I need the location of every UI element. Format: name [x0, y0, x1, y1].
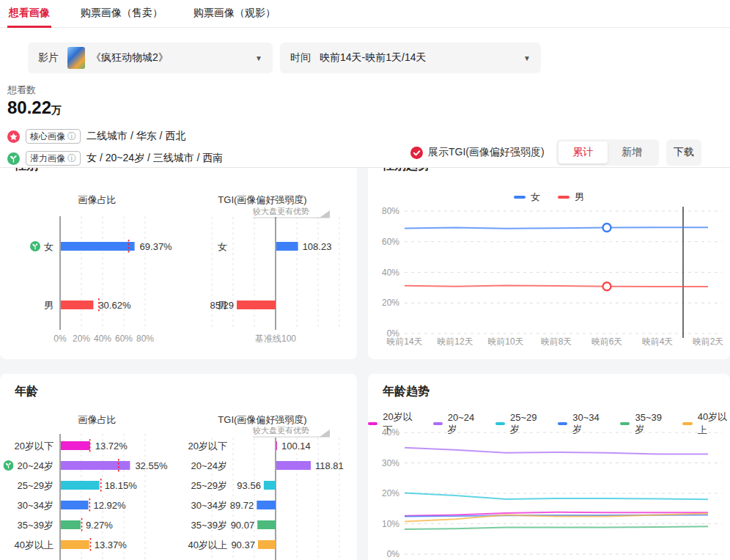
tgi-bar[interactable]	[257, 501, 276, 509]
filter-row: 影片 《疯狂动物城2》 ▼ 时间 映前14天-映前1天/14天 ▼	[0, 43, 730, 73]
bar[interactable]	[61, 540, 89, 549]
legend-swatch	[558, 422, 567, 425]
bar-category-label: 30~34岁	[191, 500, 227, 511]
y-tick-label: 10%	[382, 519, 399, 529]
bar[interactable]	[61, 441, 90, 450]
x-tick-label: 映前12天	[437, 336, 473, 347]
bar[interactable]	[61, 501, 88, 509]
age-tgi-chart[interactable]: 较大盘更有优势20岁以下100.1420~24岁118.8125~29岁93.5…	[185, 425, 357, 560]
trend-line-20~24岁[interactable]	[405, 448, 708, 454]
movie-poster	[67, 47, 85, 69]
sprout-icon	[3, 460, 13, 471]
x-tick-label: 映前2天	[693, 336, 724, 347]
y-tick-label: 20%	[382, 298, 399, 308]
bar-category-label: 男	[44, 300, 54, 311]
tab-bar: 想看画像 购票画像（售卖） 购票画像（观影）	[0, 0, 730, 28]
bar-value-label: 89.72	[230, 500, 254, 511]
bar[interactable]	[61, 520, 81, 529]
chevron-down-icon: ▼	[523, 54, 531, 62]
bar[interactable]	[61, 242, 135, 251]
bar-value-label: 90.07	[231, 520, 255, 531]
trend-line-35~39岁[interactable]	[405, 526, 708, 529]
bar-category-label: 35~39岁	[17, 520, 54, 531]
legend-swatch	[620, 422, 630, 425]
x-tick-label: 40%	[94, 334, 111, 344]
age-share-chart[interactable]: 20岁以下13.72%20~24岁32.55%25~29岁18.15%30~34…	[0, 425, 185, 560]
baseline-label: 基准线100	[255, 334, 296, 344]
bar[interactable]	[61, 301, 93, 309]
time-select-label: 时间	[290, 51, 311, 65]
trend-line-女[interactable]	[405, 227, 708, 228]
gender-share-chart[interactable]: 0%20%40%60%80%女69.37%男30.62%	[0, 207, 185, 352]
page-header: 想看画像 购票画像（售卖） 购票画像（观影） 影片 《疯狂动物城2》 ▼ 时间 …	[0, 0, 730, 168]
movie-select[interactable]: 影片 《疯狂动物城2》 ▼	[28, 43, 273, 73]
potential-profile-badge[interactable]: 潜力画像ⓘ	[26, 151, 81, 166]
y-tick-label: 40%	[382, 427, 399, 438]
chart-subtitle-share: 画像占比	[29, 194, 165, 207]
gender-trend-chart[interactable]: 0%20%40%60%80%映前14天映前12天映前10天映前8天映前6天映前4…	[368, 205, 730, 355]
legend-swatch	[558, 196, 569, 199]
legend-swatch	[682, 422, 692, 425]
x-tick-label: 20%	[73, 334, 90, 344]
x-tick-label: 映前14天	[386, 336, 422, 347]
data-point-marker[interactable]	[603, 282, 611, 290]
gender-tgi-chart[interactable]: 较大盘更有优势女108.23男85.29基准线100	[185, 207, 357, 352]
sprout-icon	[30, 241, 40, 251]
tgi-bar[interactable]	[237, 301, 276, 309]
tgi-bar[interactable]	[264, 481, 276, 490]
tab-ticket-profile-view[interactable]: 购票画像（观影）	[192, 0, 277, 28]
segment-cumulative[interactable]: 累计	[558, 141, 608, 163]
tgi-bar[interactable]	[257, 520, 276, 529]
want-count-unit: 万	[51, 104, 62, 116]
core-profile-row: 核心画像ⓘ 二线城市 / 华东 / 西北	[7, 128, 185, 144]
y-tick-label: 80%	[382, 206, 399, 216]
section-title-age-trend: 年龄趋势	[383, 384, 429, 399]
bar-category-label: 30~34岁	[17, 500, 54, 511]
section-title-age: 年龄	[15, 384, 38, 399]
trend-line-25~29岁[interactable]	[405, 493, 708, 500]
legend-swatch	[368, 422, 377, 425]
bar-value-label: 108.23	[303, 241, 332, 252]
time-select-value: 映前14天-映前1天/14天	[320, 51, 426, 65]
bar[interactable]	[61, 461, 130, 470]
x-tick-label: 映前8天	[541, 336, 572, 347]
bar-category-label: 40岁以上	[188, 539, 227, 550]
time-range-select[interactable]: 时间 映前14天-映前1天/14天 ▼	[280, 43, 541, 73]
bar-value-label: 12.92%	[93, 500, 126, 511]
chart-subtitle-tgi: TGI(画像偏好强弱度)	[192, 194, 333, 207]
tab-want-profile[interactable]: 想看画像	[7, 0, 51, 28]
legend-item[interactable]: 男	[558, 191, 584, 204]
bar-category-label: 女	[44, 241, 54, 252]
advantage-note: 较大盘更有优势	[252, 207, 309, 215]
trend-line-男[interactable]	[405, 285, 708, 286]
tgi-bar[interactable]	[258, 540, 276, 549]
show-tgi-label: 展示TGI(画像偏好强弱度)	[428, 146, 545, 159]
data-point-marker[interactable]	[603, 224, 611, 232]
core-profile-badge[interactable]: 核心画像ⓘ	[26, 129, 81, 144]
tab-ticket-profile-sale[interactable]: 购票画像（售卖）	[79, 0, 164, 28]
show-tgi-checkbox[interactable]: 展示TGI(画像偏好强弱度)	[410, 146, 545, 159]
core-profile-text: 二线城市 / 华东 / 西北	[86, 130, 185, 143]
legend-item[interactable]: 女	[514, 191, 540, 204]
bar-category-label: 女	[218, 241, 227, 252]
tgi-bar[interactable]	[276, 441, 277, 450]
legend-label: 男	[575, 191, 584, 204]
download-button[interactable]: 下载	[666, 139, 701, 166]
bar-category-label: 25~29岁	[191, 480, 227, 491]
tgi-bar[interactable]	[276, 461, 311, 470]
checkmark-icon	[410, 147, 423, 159]
bar[interactable]	[61, 481, 100, 490]
legend-label: 女	[531, 191, 540, 204]
gender-trend-card: 性别趋势 女男 0%20%40%60%80%映前14天映前12天映前10天映前8…	[368, 148, 730, 359]
age-trend-chart[interactable]: 0%10%20%30%40%	[368, 427, 730, 560]
tgi-bar[interactable]	[276, 242, 298, 251]
segment-new[interactable]: 新增	[608, 141, 657, 163]
bar-category-label: 20岁以下	[15, 441, 54, 452]
y-tick-label: 0%	[387, 549, 400, 559]
want-count-value: 80.22万	[7, 97, 62, 121]
gender-trend-legend: 女男	[368, 191, 730, 204]
bar-value-label: 100.14	[281, 441, 311, 452]
y-tick-label: 40%	[382, 268, 399, 278]
star-icon	[7, 130, 20, 143]
bar-value-label: 32.55%	[135, 460, 168, 471]
